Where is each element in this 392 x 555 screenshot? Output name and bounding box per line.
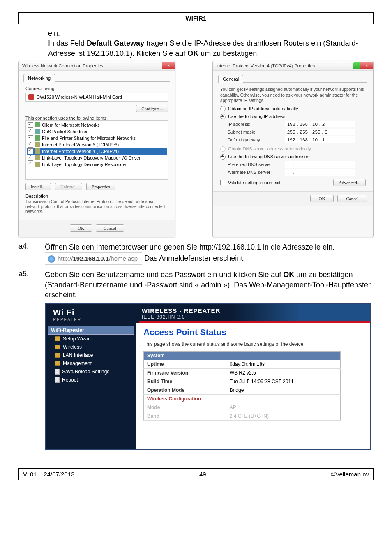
- footer-right: ©Velleman nv: [331, 471, 369, 478]
- status-table: System Uptime0day:0h:4m:18s Firmware Ver…: [143, 351, 341, 421]
- obtain-ip-radio[interactable]: [220, 106, 226, 111]
- url-host: 192.168.10.1: [73, 255, 109, 262]
- ok-button[interactable]: OK: [310, 195, 334, 202]
- sidebar: WiFi-Repeater Setup Wizard Wireless LAN …: [46, 323, 136, 449]
- configure-button[interactable]: Configure...: [136, 105, 168, 112]
- list-item[interactable]: File and Printer Sharing for Microsoft N…: [42, 136, 136, 141]
- connect-using-label: Connect using:: [25, 86, 168, 91]
- footer-center: 49: [199, 471, 206, 478]
- ie-icon: [48, 255, 55, 263]
- sidebar-item[interactable]: Save/Reload Settings: [48, 368, 134, 376]
- url-bar[interactable]: http://192.168.10.1/home.asp: [45, 252, 142, 265]
- ok-button[interactable]: OK: [70, 224, 92, 232]
- section-header: System: [144, 352, 341, 360]
- default-gateway-field[interactable]: 192 . 168 . 10 . 1: [285, 136, 355, 143]
- page-footer: V. 01 – 24/07/2013 49 ©Velleman nv: [18, 468, 374, 480]
- page-title: Access Point Status: [143, 327, 363, 337]
- validate-label: Validate settings upon exit: [228, 180, 281, 185]
- table-val: 0day:0h:4m:18s: [226, 360, 341, 369]
- banner-subtitle: IEEE 802.IIN 2.0: [142, 314, 370, 320]
- page-subtitle: This page shows the current status and s…: [143, 341, 363, 347]
- install-button[interactable]: Install...: [25, 183, 51, 190]
- sidebar-item[interactable]: Reboot: [48, 376, 134, 384]
- use-dns-label: Use the following DNS server addresses:: [228, 154, 311, 159]
- description-text: Transmission Control Protocol/Internet P…: [25, 199, 168, 214]
- cancel-button[interactable]: Cancel: [96, 224, 124, 232]
- close-icon[interactable]: ✕: [360, 62, 373, 69]
- dialog-title: Wireless Network Connection Properties: [22, 63, 103, 68]
- table-val: Bridge: [226, 386, 341, 395]
- step-number: a4.: [18, 242, 45, 265]
- preferred-dns-label: Preferred DNS server:: [228, 162, 285, 167]
- list-item[interactable]: Internet Protocol Version 4 (TCP/IPv4): [42, 149, 119, 154]
- alternate-dns-field[interactable]: . . .: [285, 169, 355, 176]
- table-key: Firmware Version: [144, 369, 226, 377]
- properties-button[interactable]: Properties: [86, 183, 115, 190]
- ok-bold: OK: [283, 271, 294, 279]
- step-a4-text: Öffnen Sie den Internetbrowser und geben…: [45, 243, 334, 251]
- table-key: Build Time: [144, 377, 226, 386]
- step-a4-after: Das Anmeldefenster erscheint.: [144, 254, 245, 262]
- url-path: /home.asp: [109, 255, 138, 262]
- ok-bold: OK: [187, 49, 198, 58]
- step-number: a5.: [18, 270, 45, 300]
- default-gateway-bold: Default Gateway: [87, 39, 144, 47]
- table-key: Operation Mode: [144, 386, 226, 395]
- preferred-dns-field[interactable]: . . .: [285, 161, 355, 168]
- folder-icon: [55, 336, 60, 341]
- intro-text-end: um zu bestätigen.: [198, 49, 259, 58]
- table-key: Mode: [144, 403, 226, 412]
- networking-tab[interactable]: Networking: [23, 74, 55, 82]
- intro-text: In das Feld: [48, 39, 87, 47]
- banner-title: WIRELESS - REPEATER: [142, 307, 370, 314]
- list-item[interactable]: Internet Protocol Version 6 (TCP/IPv6): [42, 142, 119, 147]
- folder-icon: [55, 353, 60, 358]
- table-key: Band: [144, 412, 226, 421]
- logo-area: Wi Fi REPEATER: [46, 304, 139, 323]
- sidebar-item[interactable]: Wireless: [48, 343, 134, 351]
- sidebar-item[interactable]: Management: [48, 359, 134, 368]
- network-connection-properties-dialog: Wireless Network Connection Properties ✕…: [18, 61, 175, 237]
- obtain-ip-label: Obtain an IP address automatically: [228, 106, 298, 111]
- adapter-name: DW1520 Wireless-N WLAN Half-Mini Card: [37, 95, 122, 99]
- brand-name: Wi Fi: [53, 308, 139, 317]
- list-item[interactable]: Link-Layer Topology Discovery Mapper I/O…: [42, 155, 141, 160]
- cancel-button[interactable]: Cancel: [337, 195, 367, 202]
- validate-checkbox[interactable]: [220, 180, 226, 185]
- table-val: WS R2 v2.5: [226, 369, 341, 377]
- ip-address-field[interactable]: 192 . 168 . 10 . 2: [285, 121, 355, 127]
- close-icon[interactable]: ✕: [162, 62, 175, 69]
- use-ip-radio[interactable]: [220, 114, 226, 119]
- banner: WIRELESS - REPEATER IEEE 802.IIN 2.0: [139, 304, 370, 323]
- alternate-dns-label: Alternate DNS server:: [228, 170, 285, 175]
- obtain-dns-radio: [220, 146, 226, 152]
- section-header: Wireless Configuration: [144, 395, 341, 403]
- list-item[interactable]: Link-Layer Topology Discovery Responder: [42, 162, 127, 167]
- list-item[interactable]: QoS Packet Scheduler: [42, 129, 88, 134]
- url-prefix: http://: [58, 255, 73, 262]
- use-dns-radio[interactable]: [220, 154, 226, 160]
- subnet-mask-label: Subnet mask:: [228, 130, 285, 134]
- protocol-listbox[interactable]: Client for Microsoft Networks QoS Packet…: [25, 120, 168, 180]
- table-val: Tue Jul 5 14:09:28 CST 2011: [226, 377, 341, 386]
- folder-icon: [55, 345, 60, 349]
- sidebar-item[interactable]: LAN Interface: [48, 351, 134, 359]
- info-text: You can get IP settings assigned automat…: [220, 87, 366, 104]
- general-tab[interactable]: General: [218, 75, 243, 83]
- advanced-button[interactable]: Advanced...: [333, 179, 366, 186]
- document-header: WIFIR1: [18, 12, 374, 24]
- items-label: This connection uses the following items…: [25, 116, 168, 120]
- obtain-dns-label: Obtain DNS server address automatically: [228, 146, 311, 151]
- footer-left: V. 01 – 24/07/2013: [23, 471, 74, 478]
- use-ip-label: Use the following IP address:: [228, 114, 286, 119]
- default-gateway-label: Default gateway:: [228, 137, 285, 142]
- table-val: AP: [226, 403, 341, 412]
- sidebar-title[interactable]: WiFi-Repeater: [48, 326, 134, 335]
- help-icon[interactable]: [353, 62, 360, 69]
- sidebar-item[interactable]: Setup Wizard: [48, 335, 134, 343]
- subnet-mask-field[interactable]: 255 . 255 . 255 . 0: [285, 129, 355, 135]
- page-icon: [55, 377, 60, 383]
- list-item[interactable]: Client for Microsoft Networks: [42, 123, 100, 127]
- step-a5-text1: Geben Sie den Benutzername und das Passw…: [45, 271, 283, 279]
- page-icon: [55, 369, 60, 375]
